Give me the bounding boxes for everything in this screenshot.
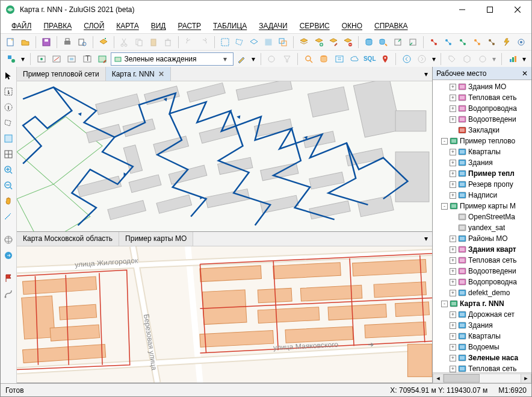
tag-button[interactable] xyxy=(445,52,459,66)
tree-row[interactable]: +Водоемы xyxy=(433,342,531,352)
chart-dropdown[interactable]: ▾ xyxy=(521,52,528,66)
tree-row[interactable]: +Пример тепл xyxy=(433,168,531,179)
tree-expander[interactable]: - xyxy=(441,301,448,307)
tree-expander[interactable]: + xyxy=(450,268,456,275)
tree-expander[interactable]: + xyxy=(450,160,456,166)
redo-button[interactable] xyxy=(197,35,211,49)
filter-circle-button[interactable] xyxy=(265,52,279,66)
layers-button[interactable] xyxy=(297,35,311,49)
layer-tree[interactable]: +Здания МО+Тепловая сеть+Водопроводна+Во… xyxy=(433,80,531,372)
select-poly-button[interactable] xyxy=(233,35,246,49)
db-query-button[interactable] xyxy=(332,52,346,66)
tree-expander[interactable]: - xyxy=(441,138,448,145)
network-heat-button[interactable] xyxy=(427,35,441,49)
select-layer-button[interactable] xyxy=(247,35,261,49)
menu-service[interactable]: СЕРВИС xyxy=(295,20,335,31)
menu-edit[interactable]: ПРАВКА xyxy=(39,20,76,31)
chart-button[interactable] xyxy=(506,52,519,66)
extent-tool[interactable] xyxy=(2,132,15,145)
layer-remove-button[interactable] xyxy=(341,35,354,49)
menu-help[interactable]: СПРАВКА xyxy=(370,20,413,31)
scroll-right-button[interactable]: ► xyxy=(521,374,531,383)
tree-expander[interactable]: + xyxy=(450,246,456,253)
scroll-track[interactable] xyxy=(444,374,521,383)
menu-map[interactable]: КАРТА xyxy=(111,20,143,31)
tree-expander[interactable]: + xyxy=(450,149,456,155)
print-button[interactable] xyxy=(61,35,74,49)
new-button[interactable] xyxy=(4,35,17,49)
tab-heat-example[interactable]: Пример тепловой сети xyxy=(17,67,106,81)
tree-expander[interactable]: + xyxy=(450,181,456,188)
tree-row[interactable]: +defekt_demo xyxy=(433,287,531,298)
db-link-button[interactable] xyxy=(377,35,390,49)
tree-row[interactable]: -Пример карты М xyxy=(433,201,531,211)
tree-expander[interactable]: + xyxy=(450,192,456,199)
shapes-button[interactable] xyxy=(4,52,18,66)
tree-expander[interactable]: - xyxy=(441,203,448,210)
undo-button[interactable] xyxy=(182,35,196,49)
select-object-button[interactable] xyxy=(262,35,275,49)
db-export-button[interactable] xyxy=(391,35,404,49)
tree-expander[interactable]: + xyxy=(450,279,456,286)
open-button[interactable] xyxy=(19,35,32,49)
tab-menu-button-bottom[interactable]: ▾ xyxy=(420,232,432,246)
tree-row[interactable]: +Водоотведени xyxy=(433,114,531,125)
paste-button[interactable] xyxy=(147,35,160,49)
map-view-top[interactable] xyxy=(17,81,432,232)
tab-moscow-region[interactable]: Карта Московской область xyxy=(17,232,119,246)
scroll-thumb[interactable] xyxy=(444,374,480,383)
nav-fwd-button[interactable] xyxy=(415,52,428,66)
db-import-button[interactable] xyxy=(406,35,419,49)
tree-expander[interactable]: + xyxy=(450,84,456,90)
edit-node-button[interactable] xyxy=(34,52,48,66)
nav-back-button[interactable] xyxy=(400,52,413,66)
tree-row[interactable]: +Дорожная сет xyxy=(433,309,531,320)
layer-edit-button[interactable] xyxy=(327,35,340,49)
route-tool[interactable] xyxy=(2,287,15,301)
cut-button[interactable] xyxy=(118,35,131,49)
copy-button[interactable] xyxy=(132,35,146,49)
network-comm-button[interactable] xyxy=(515,35,528,49)
tab-city-nnn[interactable]: Карта г. NNN ✕ xyxy=(106,67,171,81)
select-rect-button[interactable] xyxy=(218,35,232,49)
tree-row[interactable]: +Водоотведени xyxy=(433,266,531,277)
tree-expander[interactable]: + xyxy=(450,116,456,123)
grid-tool[interactable] xyxy=(2,148,15,161)
edit-text-button[interactable]: T xyxy=(80,52,94,66)
tree-expander[interactable]: + xyxy=(450,95,456,101)
tree-expander[interactable]: + xyxy=(450,170,456,177)
tree-expander[interactable] xyxy=(450,214,456,220)
layer-add-button[interactable] xyxy=(312,35,326,49)
tree-row[interactable]: +Кварталы xyxy=(433,331,531,342)
tree-row[interactable]: +Зеленые наса xyxy=(433,352,531,363)
db-search-button[interactable] xyxy=(317,52,331,66)
db-button[interactable] xyxy=(362,35,376,49)
menu-raster[interactable]: РАСТР xyxy=(173,20,206,31)
pan-tool[interactable] xyxy=(2,195,15,208)
tree-row[interactable]: +Здания кварт xyxy=(433,244,531,255)
link-tool[interactable] xyxy=(2,249,15,262)
tab-close-icon[interactable]: ✕ xyxy=(158,70,164,78)
shape-dropdown[interactable]: ▾ xyxy=(490,52,498,66)
tab-mo-example[interactable]: Пример карты МО xyxy=(119,232,193,246)
menu-view[interactable]: ВИД xyxy=(146,20,171,31)
filter-cone-button[interactable] xyxy=(280,52,294,66)
tree-row[interactable]: +Тепловая сеть xyxy=(433,363,531,372)
tree-expander[interactable] xyxy=(450,127,456,134)
search-button[interactable] xyxy=(302,52,315,66)
menu-tasks[interactable]: ЗАДАЧИ xyxy=(254,20,292,31)
pencil-dropdown[interactable]: ▾ xyxy=(250,52,257,66)
tree-row[interactable]: +Тепловая сеть xyxy=(433,255,531,266)
edit-line-button[interactable] xyxy=(49,52,63,66)
tree-row[interactable]: +Здания xyxy=(433,157,531,168)
tree-row[interactable]: +Водопроводна xyxy=(433,103,531,114)
network-gas-button[interactable] xyxy=(471,35,484,49)
pencil-button[interactable] xyxy=(235,52,249,66)
zoom-out-tool[interactable] xyxy=(2,179,15,192)
delete-button[interactable] xyxy=(161,35,175,49)
tree-expander[interactable]: + xyxy=(450,105,456,112)
tree-row[interactable]: +Здания xyxy=(433,320,531,331)
tree-expander[interactable]: + xyxy=(450,344,456,351)
pointer-tool[interactable] xyxy=(2,69,15,83)
tree-expander[interactable]: + xyxy=(450,236,456,242)
